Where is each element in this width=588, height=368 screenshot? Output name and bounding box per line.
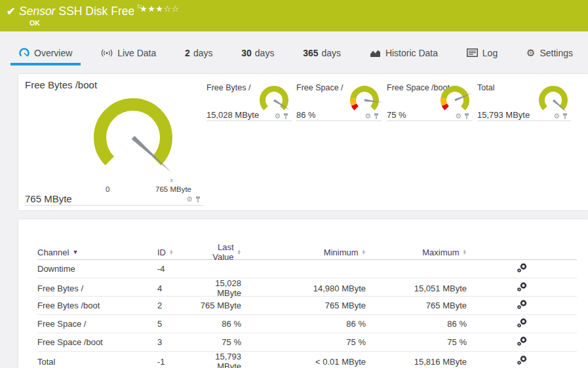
column-header-id[interactable]: ID▲▼ [157,248,199,257]
tab-live-data[interactable]: Live Data [92,31,165,74]
prtg-sensor-page: ✔ SensorSSH Disk Free⚐ ★★★☆☆ OK Overview… [0,0,588,368]
cell-last-value: 86 % [199,319,241,329]
cell-last-value: 15,028 MByte [199,278,241,298]
pin-icon[interactable] [374,113,379,120]
tab-number: 30 [241,48,252,58]
cell-minimum: 14,980 MByte [241,284,366,293]
column-header-channel[interactable]: Channel▼ [37,248,157,257]
cell-last-value: 15,793 MByte [199,352,241,368]
gauge-cell-total: Total15,793 MByte⚙ [477,81,576,133]
cell-channel: Free Bytes / [37,284,157,293]
table-row-downtime: Downtime-4 [37,260,577,278]
cell-last-value: 75 % [199,337,241,347]
pin-icon[interactable] [283,113,288,120]
gauge-arc [444,105,447,108]
double-gear-icon [517,318,527,328]
main-gauge-value: 765 MByte [25,193,72,204]
cell-id: 2 [157,301,199,310]
gauge-controls: ⚙ [455,113,469,120]
sort-icon: ▲▼ [169,249,173,255]
gear-icon: ⚙ [526,48,535,58]
cell-maximum: 75 % [366,337,467,347]
channel-settings-icon[interactable] [517,356,527,367]
table-row-free-space-boot: Free Space /boot375 %75 %75 % [37,333,577,352]
gauge-settings-icon[interactable]: ⚙ [364,113,371,120]
tab-label: days [255,48,275,58]
divider [477,120,571,121]
sensor-header: ✔ SensorSSH Disk Free⚐ ★★★☆☆ OK [0,0,588,31]
cell-id: -4 [157,264,199,274]
gauge-value: 86 % [296,110,316,120]
gauge-title: Free Space / [296,83,343,92]
gauge-cell-free-bytes: Free Bytes /15,028 MByte⚙ [206,81,296,133]
star-rating[interactable]: ★★★☆☆ [140,4,180,14]
gauge-arc [100,105,167,161]
gauge-value: 75 % [387,110,406,120]
tab-log[interactable]: Log [458,31,506,74]
cell-id: 3 [157,337,199,347]
cell-actions [467,337,577,348]
double-gear-icon [517,356,527,365]
tab-30-days[interactable]: 30days [233,31,283,74]
gauge-settings-icon[interactable]: ⚙ [186,196,193,203]
cell-channel: Downtime [37,264,157,274]
tab-label: Historic Data [385,48,438,58]
cell-channel: Free Space /boot [37,337,157,347]
channel-settings-icon[interactable] [517,318,527,330]
gauge-peak-marker: x [170,177,173,183]
channel-settings-icon[interactable] [517,263,527,275]
gauge-settings-icon[interactable]: ⚙ [553,113,560,120]
column-header-last-value[interactable]: Last Value▲▼ [199,242,241,262]
tab-label: Settings [539,48,573,58]
gauge-icon [19,48,29,58]
table-row-free-space: Free Space /586 %86 %86 % [37,315,577,333]
tab-label: Overview [34,48,72,58]
tab-2-days[interactable]: 2days [176,31,221,74]
table-row-free-bytes-boot: Free Bytes /boot2765 MByte765 MByte765 M… [37,297,577,315]
double-gear-icon [517,300,527,310]
column-label: Minimum [324,248,359,257]
tab-365-days[interactable]: 365days [294,31,349,74]
broadcast-icon [101,48,113,58]
cell-id: 5 [157,319,199,329]
column-header-minimum[interactable]: Minimum▲▼ [241,248,366,257]
pin-icon[interactable] [464,113,469,120]
column-label: Channel [37,248,69,257]
column-label: ID [157,248,166,257]
channel-settings-icon[interactable] [517,282,527,294]
channel-settings-icon[interactable] [517,337,527,348]
divider [387,120,473,121]
pin-icon[interactable] [195,196,201,203]
cell-maximum: 15,051 MByte [366,284,467,293]
tab-label: days [322,48,342,58]
sensor-name: SSH Disk Free [58,5,134,18]
gauge-controls: ⚙ [274,113,288,120]
tab-historic-data[interactable]: Historic Data [361,31,446,74]
channel-table-panel: Channel▼ID▲▼Last Value▲▼Minimum▲▼Maximum… [18,219,588,368]
gauge-settings-icon[interactable]: ⚙ [274,113,281,120]
tab-settings[interactable]: ⚙Settings [518,31,581,74]
channel-settings-icon[interactable] [517,300,527,312]
tab-overview[interactable]: Overview [10,31,81,74]
gauge-title: Free Bytes / [206,83,250,92]
cell-maximum: 15,816 MByte [366,357,467,367]
pin-icon[interactable] [562,113,568,120]
column-header-maximum[interactable]: Maximum▲▼ [366,248,467,257]
gauge-cell-free-space-boot: Free Space /boot75 %⚙ [387,81,477,133]
gauge-arc [542,89,565,109]
cell-maximum: 765 MByte [366,301,467,310]
gauge-settings-icon[interactable]: ⚙ [455,113,461,120]
cell-channel: Free Space / [37,319,157,329]
cell-minimum: 86 % [241,319,366,329]
sensor-title: SensorSSH Disk Free⚐ [19,3,142,18]
gauge-title: Total [477,83,494,92]
cell-actions [467,318,577,330]
double-gear-icon [517,263,527,273]
tab-number: 365 [303,48,318,58]
tab-label: days [193,48,213,58]
tab-label: Log [482,48,498,58]
channel-table: Channel▼ID▲▼Last Value▲▼Minimum▲▼Maximum… [37,242,577,368]
chart-icon [370,48,381,58]
main-gauge-controls: ⚙ [186,196,201,203]
table-row-free-bytes: Free Bytes /415,028 MByte14,980 MByte15,… [37,278,577,297]
